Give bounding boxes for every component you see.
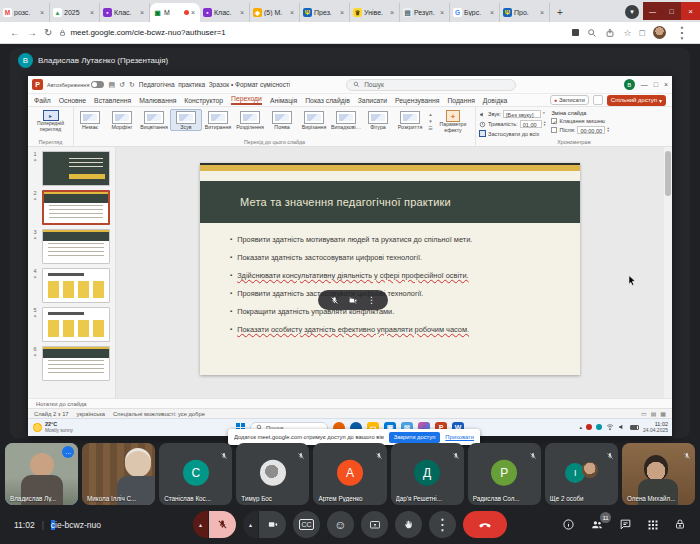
current-slide[interactable]: Мета та значення педагогічної практики ▪…: [200, 163, 580, 375]
browser-tab[interactable]: ▪ Клас. ×: [100, 3, 150, 22]
tab-search-chevron-icon[interactable]: ▾: [625, 5, 639, 19]
defender-icon[interactable]: [586, 424, 592, 430]
ppt-minimize-button[interactable]: —: [641, 81, 648, 88]
ribbon-tab[interactable]: Основне: [59, 97, 86, 104]
stop-sharing-button[interactable]: Закрити доступ: [389, 432, 441, 443]
transition-option[interactable]: Поява: [266, 109, 298, 131]
ribbon-tab[interactable]: Рецензування: [395, 97, 439, 104]
browser-tab[interactable]: ▲ 2025 ×: [50, 3, 100, 22]
browser-tab[interactable]: Ψ Про. ×: [500, 3, 550, 22]
transition-option[interactable]: Морфінг: [106, 109, 138, 131]
tab-close-icon[interactable]: ×: [440, 9, 446, 16]
slide-thumbnail[interactable]: [42, 307, 110, 342]
ppt-share-button[interactable]: Спільний доступ▾: [607, 95, 666, 106]
extension-icon[interactable]: [572, 29, 579, 36]
browser-menu-icon[interactable]: ⋮: [674, 23, 690, 42]
ribbon-tab[interactable]: Показ слайдів: [305, 97, 350, 104]
captions-button[interactable]: CC: [293, 511, 320, 538]
window-close-button[interactable]: ×: [681, 2, 700, 20]
back-button[interactable]: ←: [10, 28, 20, 38]
transition-option[interactable]: Зсув: [170, 109, 202, 131]
ribbon-tab[interactable]: Подання: [447, 97, 474, 104]
apply-to-all-button[interactable]: Застосувати до всіх: [479, 130, 545, 137]
participant-tile[interactable]: А Артем Руденко: [313, 443, 386, 505]
mic-off-icon[interactable]: [330, 296, 339, 305]
hide-sharing-bar-link[interactable]: Приховати: [445, 434, 474, 440]
on-click-checkbox[interactable]: ✓ Клацання мишею: [551, 118, 608, 124]
ribbon-tab[interactable]: Вставлення: [94, 97, 131, 104]
ppt-search-box[interactable]: Пошук: [346, 79, 516, 91]
tab-close-icon[interactable]: ×: [390, 9, 396, 16]
tab-close-icon[interactable]: ×: [40, 9, 46, 16]
ribbon-tab[interactable]: Анімація: [270, 97, 297, 104]
participant-tile[interactable]: Р Радислав Сол...: [468, 443, 541, 505]
taskbar-clock[interactable]: 11:02 24.04.2025: [643, 422, 668, 433]
transition-option[interactable]: Розділення: [234, 109, 266, 131]
window-maximize-button[interactable]: □: [662, 2, 681, 20]
mic-options-caret[interactable]: ▴: [193, 511, 208, 538]
meeting-code[interactable]: cie-bcwz-nuo: [51, 520, 101, 530]
gallery-scroll-buttons[interactable]: ▴▾☰: [426, 109, 435, 132]
browser-tab[interactable]: ▤ Резул. ×: [400, 3, 450, 22]
effect-options-button[interactable]: ✦ Параметри ефекту: [435, 109, 471, 133]
participant-tile[interactable]: Д Дар'я Решетні...: [391, 443, 464, 505]
save-icon[interactable]: ▤: [108, 81, 115, 89]
bookmark-star-icon[interactable]: ☆: [623, 28, 631, 38]
transition-option[interactable]: Вицвітання: [138, 109, 170, 131]
slide-thumbnail-row[interactable]: 2 ✦: [30, 190, 113, 225]
participant-tile[interactable]: Олена Михайл...: [622, 443, 695, 505]
window-minimize-button[interactable]: —: [643, 2, 662, 20]
browser-tab[interactable]: G Бурс. ×: [450, 3, 500, 22]
tile-options-badge[interactable]: ⋯: [62, 446, 74, 458]
mini-more-icon[interactable]: ⋮: [367, 296, 376, 305]
slideshow-icon[interactable]: ▦: [660, 410, 666, 417]
ribbon-tab[interactable]: Довідка: [483, 97, 507, 104]
url-bar[interactable]: meet.google.com/cie-bcwz-nuo?authuser=1: [59, 28, 565, 37]
profile-avatar[interactable]: [653, 26, 666, 39]
tab-close-icon[interactable]: ×: [240, 9, 246, 16]
volume-icon[interactable]: [618, 423, 626, 431]
share-icon[interactable]: [605, 28, 615, 38]
ribbon-tab[interactable]: Переходи: [231, 95, 262, 105]
tab-close-icon[interactable]: ×: [191, 9, 197, 16]
slide-thumbnail[interactable]: [42, 268, 110, 303]
slide-thumbnail[interactable]: [42, 190, 110, 225]
tab-close-icon[interactable]: ×: [540, 9, 546, 16]
end-call-button[interactable]: [463, 511, 507, 538]
browser-tab[interactable]: ▪ Клас. ×: [200, 3, 250, 22]
accessibility-status[interactable]: Спеціальні можливості: усе добре: [113, 411, 205, 417]
sound-control[interactable]: Звук: [Без звуку] ▾: [479, 110, 545, 118]
ribbon-tab[interactable]: Файл: [34, 97, 51, 104]
weather-widget[interactable]: 22°C Mostly sunny: [28, 422, 73, 433]
camera-button[interactable]: [259, 511, 286, 538]
more-options-button[interactable]: ⋮: [429, 511, 456, 538]
browser-tab[interactable]: M розс. ×: [0, 3, 50, 22]
browser-tab[interactable]: ◆ (5) М. ×: [250, 3, 300, 22]
meeting-details-button[interactable]: [562, 518, 575, 531]
side-panel-icon[interactable]: □: [640, 28, 645, 38]
redo-icon[interactable]: ↻: [129, 81, 135, 89]
preview-button[interactable]: ▸ Попередній перегляд: [28, 109, 73, 133]
duration-control[interactable]: Тривалість: 01,00 ▴▾: [479, 120, 545, 128]
slide-thumbnail-row[interactable]: 4 ✦: [30, 268, 113, 303]
forward-button[interactable]: →: [27, 28, 37, 38]
ribbon-tab[interactable]: Малювання: [139, 97, 176, 104]
activities-button[interactable]: [647, 519, 659, 531]
checkbox-checked-icon[interactable]: ✓: [551, 118, 557, 124]
slide-thumbnail-row[interactable]: 1 ✦: [30, 151, 113, 186]
participant-tile[interactable]: С Станіслав Кос...: [159, 443, 232, 505]
slide-thumbnail[interactable]: [42, 346, 110, 381]
slide-thumbnail[interactable]: [42, 229, 110, 264]
transition-option[interactable]: Розкриття: [394, 109, 426, 131]
comments-button[interactable]: [593, 95, 603, 105]
undo-icon[interactable]: ↺: [119, 81, 125, 89]
participant-tile[interactable]: І Ще 2 особи: [545, 443, 618, 505]
people-button[interactable]: 11: [590, 518, 604, 531]
participant-tile[interactable]: ⋯ Владислав Лу...: [5, 443, 78, 505]
chat-button[interactable]: [619, 518, 632, 531]
scrollbar-thumb[interactable]: [665, 151, 671, 196]
ribbon-tab[interactable]: Конструктор: [184, 97, 223, 104]
notes-bar[interactable]: Нотатки до слайда: [28, 398, 672, 408]
after-checkbox[interactable]: Після: 00:00,00 ▴▾: [551, 126, 608, 134]
slide-sorter-icon[interactable]: ▤: [651, 410, 657, 417]
